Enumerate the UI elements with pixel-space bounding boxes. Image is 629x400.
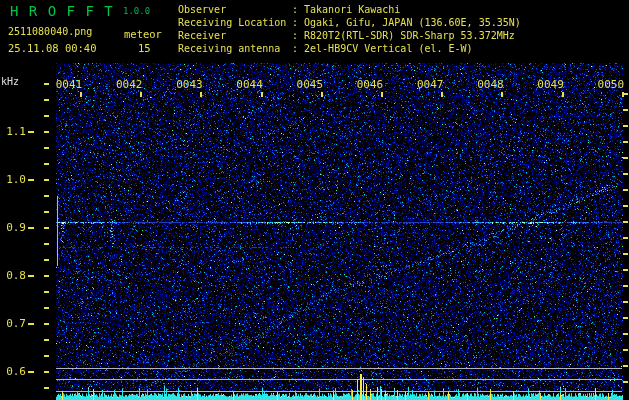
info-label: Receiving Location xyxy=(178,16,292,29)
y-tick-label: 0.9 xyxy=(0,221,26,234)
app-version: 1.0.0 xyxy=(123,6,150,16)
x-tick-label: 0043 xyxy=(174,78,204,91)
station-info-row: Receiving Location: Ogaki, Gifu, JAPAN (… xyxy=(178,16,521,29)
y-tick-label: 1.0 xyxy=(0,173,26,186)
x-tick-label: 0049 xyxy=(536,78,566,91)
x-tick-label: 0050 xyxy=(596,78,626,91)
x-tick-label: 0045 xyxy=(295,78,325,91)
x-tick-label: 0041 xyxy=(54,78,84,91)
station-info: Observer: Takanori KawachiReceiving Loca… xyxy=(178,3,521,55)
info-value: : R820T2(RTL-SDR) SDR-Sharp 53.372MHz xyxy=(292,30,515,41)
x-tick-label: 0044 xyxy=(235,78,265,91)
info-value: : 2el-HB9CV Vertical (el. E-W) xyxy=(292,43,473,54)
y-axis-unit-label: kHz xyxy=(1,76,19,87)
observation-datetime: 25.11.08 00:40 xyxy=(8,42,97,54)
app-title: H R O F F T xyxy=(10,3,114,19)
station-info-row: Receiving antenna: 2el-HB9CV Vertical (e… xyxy=(178,42,521,55)
station-info-row: Observer: Takanori Kawachi xyxy=(178,3,521,16)
x-tick-label: 0048 xyxy=(475,78,505,91)
x-tick-label: 0046 xyxy=(355,78,385,91)
output-filename: 2511080040.png xyxy=(8,26,92,37)
y-tick-label: 0.8 xyxy=(0,269,26,282)
spectrogram-canvas xyxy=(0,0,629,400)
info-label: Receiving antenna xyxy=(178,42,292,55)
observation-mode: meteor xyxy=(124,28,162,40)
station-info-row: Receiver: R820T2(RTL-SDR) SDR-Sharp 53.3… xyxy=(178,29,521,42)
info-value: : Ogaki, Gifu, JAPAN (136.60E, 35.35N) xyxy=(292,17,521,28)
info-label: Observer xyxy=(178,3,292,16)
info-label: Receiver xyxy=(178,29,292,42)
x-tick-label: 0042 xyxy=(114,78,144,91)
y-tick-label: 1.1 xyxy=(0,125,26,138)
echo-count: 15 xyxy=(138,42,151,54)
info-value: : Takanori Kawachi xyxy=(292,4,400,15)
y-tick-label: 0.7 xyxy=(0,317,26,330)
y-tick-label: 0.6 xyxy=(0,365,26,378)
x-tick-label: 0047 xyxy=(415,78,445,91)
hrofft-spectrogram-screen: H R O F F T 1.0.0 2511080040.png meteor … xyxy=(0,0,629,400)
